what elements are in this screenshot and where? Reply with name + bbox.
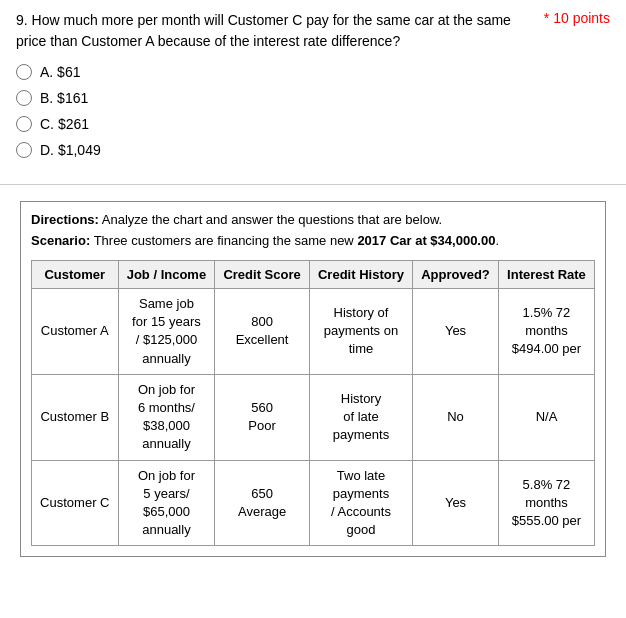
- cell-score-c: 650Average: [215, 460, 310, 546]
- option-item-b: B. $161: [16, 90, 610, 106]
- points-badge: *10 points: [544, 10, 610, 26]
- cell-history-a: History ofpayments ontime: [309, 289, 412, 375]
- option-label-d[interactable]: D. $1,049: [40, 142, 101, 158]
- table-wrapper: Directions: Analyze the chart and answer…: [20, 201, 606, 557]
- col-header-job: Job / Income: [118, 261, 215, 289]
- cell-score-b: 560Poor: [215, 374, 310, 460]
- cell-customer-a: Customer A: [32, 289, 119, 375]
- directions-prefix: Directions:: [31, 212, 99, 227]
- col-header-customer: Customer: [32, 261, 119, 289]
- table-header-row: Customer Job / Income Credit Score Credi…: [32, 261, 595, 289]
- option-item-a: A. $61: [16, 64, 610, 80]
- cell-rate-c: 5.8% 72months$555.00 per: [498, 460, 594, 546]
- cell-job-c: On job for5 years/$65,000annually: [118, 460, 215, 546]
- required-star: *: [544, 10, 549, 26]
- table-row: Customer A Same jobfor 15 years/ $125,00…: [32, 289, 595, 375]
- option-label-b[interactable]: B. $161: [40, 90, 88, 106]
- cell-score-a: 800Excellent: [215, 289, 310, 375]
- option-item-c: C. $261: [16, 116, 610, 132]
- question-number: 9.: [16, 12, 28, 28]
- question-text: 9. How much more per month will Customer…: [16, 10, 544, 52]
- scenario-text: Scenario: Three customers are financing …: [31, 233, 595, 248]
- points-label: 10 points: [553, 10, 610, 26]
- cell-rate-b: N/A: [498, 374, 594, 460]
- option-label-c[interactable]: C. $261: [40, 116, 89, 132]
- question-header: 9. How much more per month will Customer…: [16, 10, 610, 52]
- question-section: 9. How much more per month will Customer…: [0, 0, 626, 185]
- cell-customer-c: Customer C: [32, 460, 119, 546]
- scenario-prefix: Scenario:: [31, 233, 90, 248]
- option-item-d: D. $1,049: [16, 142, 610, 158]
- cell-history-c: Two latepayments/ Accountsgood: [309, 460, 412, 546]
- directions-text: Directions: Analyze the chart and answer…: [31, 212, 595, 227]
- radio-b[interactable]: [16, 90, 32, 106]
- directions-body: Analyze the chart and answer the questio…: [99, 212, 442, 227]
- col-header-credit-score: Credit Score: [215, 261, 310, 289]
- data-table: Customer Job / Income Credit Score Credi…: [31, 260, 595, 546]
- options-list: A. $61 B. $161 C. $261 D. $1,049: [16, 64, 610, 158]
- cell-job-a: Same jobfor 15 years/ $125,000annually: [118, 289, 215, 375]
- col-header-approved: Approved?: [413, 261, 499, 289]
- radio-d[interactable]: [16, 142, 32, 158]
- cell-approved-c: Yes: [413, 460, 499, 546]
- cell-rate-a: 1.5% 72months$494.00 per: [498, 289, 594, 375]
- cell-job-b: On job for6 months/$38,000annually: [118, 374, 215, 460]
- question-body: How much more per month will Customer C …: [16, 12, 511, 49]
- scenario-body: Three customers are financing the same n…: [90, 233, 357, 248]
- cell-approved-a: Yes: [413, 289, 499, 375]
- radio-c[interactable]: [16, 116, 32, 132]
- cell-approved-b: No: [413, 374, 499, 460]
- col-header-credit-history: Credit History: [309, 261, 412, 289]
- scenario-highlight: 2017 Car at $34,000.00: [357, 233, 495, 248]
- table-row: Customer C On job for5 years/$65,000annu…: [32, 460, 595, 546]
- cell-history-b: Historyof latepayments: [309, 374, 412, 460]
- scenario-end: .: [495, 233, 499, 248]
- chart-section: Directions: Analyze the chart and answer…: [0, 185, 626, 573]
- col-header-interest-rate: Interest Rate: [498, 261, 594, 289]
- table-row: Customer B On job for6 months/$38,000ann…: [32, 374, 595, 460]
- cell-customer-b: Customer B: [32, 374, 119, 460]
- option-label-a[interactable]: A. $61: [40, 64, 80, 80]
- radio-a[interactable]: [16, 64, 32, 80]
